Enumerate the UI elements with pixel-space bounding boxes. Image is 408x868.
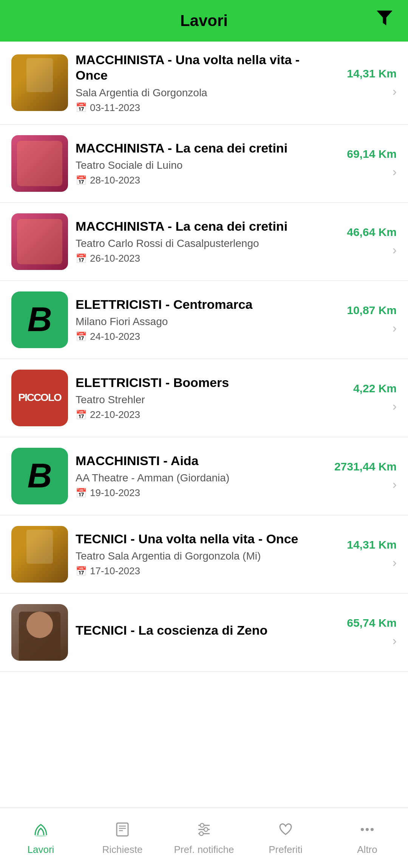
item-date: 📅 26-10-2023 bbox=[76, 253, 329, 264]
altro-icon bbox=[359, 821, 376, 841]
svg-point-12 bbox=[366, 828, 369, 831]
chevron-right-icon: › bbox=[393, 477, 397, 492]
calendar-icon: 📅 bbox=[76, 410, 87, 420]
item-distance: 14,31 Km bbox=[347, 538, 397, 551]
chevron-right-icon: › bbox=[393, 84, 397, 99]
calendar-icon: 📅 bbox=[76, 488, 87, 498]
item-date: 📅 17-10-2023 bbox=[76, 565, 329, 577]
svg-point-9 bbox=[204, 828, 208, 831]
item-distance: 14,31 Km bbox=[347, 67, 397, 80]
calendar-icon: 📅 bbox=[76, 175, 87, 186]
item-distance: 65,74 Km bbox=[347, 617, 397, 629]
preferiti-label: Preferiti bbox=[269, 844, 303, 856]
bottom-navigation: Lavori Richieste Pref. notifiche bbox=[0, 808, 408, 868]
preferiti-icon bbox=[277, 821, 294, 841]
item-thumbnail: B bbox=[11, 291, 68, 348]
list-item[interactable]: MACCHINISTA - La cena dei cretini Teatro… bbox=[0, 203, 408, 281]
item-thumbnail bbox=[11, 604, 68, 661]
item-title: MACCHINISTA - Una volta nella vita - Onc… bbox=[76, 52, 329, 83]
list-item[interactable]: MACCHINISTA - Una volta nella vita - Onc… bbox=[0, 42, 408, 125]
svg-point-11 bbox=[361, 828, 364, 831]
item-title: MACCHINISTI - Aida bbox=[76, 453, 327, 469]
chevron-right-icon: › bbox=[393, 321, 397, 335]
nav-item-pref-notifiche[interactable]: Pref. notifiche bbox=[163, 821, 245, 856]
item-title: TECNICI - La coscienza di Zeno bbox=[76, 623, 329, 638]
calendar-icon: 📅 bbox=[76, 253, 87, 264]
list-item[interactable]: TECNICI - La coscienza di Zeno 65,74 Km … bbox=[0, 594, 408, 672]
richieste-icon bbox=[114, 821, 131, 841]
item-distance: 10,87 Km bbox=[347, 304, 397, 317]
lavori-label: Lavori bbox=[28, 844, 54, 856]
item-venue: Milano Fiori Assago bbox=[76, 316, 329, 328]
item-distance: 4,22 Km bbox=[353, 382, 397, 395]
item-date: 📅 03-11-2023 bbox=[76, 102, 329, 114]
list-item[interactable]: B ELETTRICISTI - Centromarca Milano Fior… bbox=[0, 281, 408, 359]
nav-item-richieste[interactable]: Richieste bbox=[82, 821, 163, 856]
chevron-right-icon: › bbox=[393, 555, 397, 570]
item-thumbnail bbox=[11, 54, 68, 111]
list-item[interactable]: TECNICI - Una volta nella vita - Once Te… bbox=[0, 515, 408, 594]
item-venue: Teatro Sala Argentia di Gorgonzola (Mi) bbox=[76, 550, 329, 562]
item-thumbnail bbox=[11, 213, 68, 270]
item-date: 📅 19-10-2023 bbox=[76, 487, 327, 499]
nav-item-preferiti[interactable]: Preferiti bbox=[245, 821, 326, 856]
item-venue: AA Theatre - Amman (Giordania) bbox=[76, 472, 327, 484]
item-thumbnail: PICCOLO bbox=[11, 370, 68, 426]
pref-notifiche-label: Pref. notifiche bbox=[174, 844, 234, 856]
chevron-right-icon: › bbox=[393, 164, 397, 179]
item-title: MACCHINISTA - La cena dei cretini bbox=[76, 219, 329, 234]
calendar-icon: 📅 bbox=[76, 566, 87, 577]
item-title: MACCHINISTA - La cena dei cretini bbox=[76, 140, 329, 156]
item-distance: 69,14 Km bbox=[347, 148, 397, 160]
nav-item-lavori[interactable]: Lavori bbox=[0, 821, 82, 856]
nav-item-altro[interactable]: Altro bbox=[326, 821, 408, 856]
filter-icon[interactable] bbox=[376, 9, 393, 32]
list-item[interactable]: MACCHINISTA - La cena dei cretini Teatro… bbox=[0, 125, 408, 203]
lavori-icon bbox=[32, 821, 49, 841]
svg-point-0 bbox=[35, 835, 46, 837]
calendar-icon: 📅 bbox=[76, 102, 87, 113]
chevron-right-icon: › bbox=[393, 242, 397, 257]
item-thumbnail: B bbox=[11, 448, 68, 504]
item-title: TECNICI - Una volta nella vita - Once bbox=[76, 531, 329, 547]
item-venue: Teatro Carlo Rossi di Casalpusterlengo bbox=[76, 237, 329, 250]
list-item[interactable]: B MACCHINISTI - Aida AA Theatre - Amman … bbox=[0, 437, 408, 515]
item-title: ELETTRICISTI - Boomers bbox=[76, 375, 329, 390]
svg-point-8 bbox=[200, 823, 204, 827]
jobs-list: MACCHINISTA - Una volta nella vita - Onc… bbox=[0, 42, 408, 672]
chevron-right-icon: › bbox=[393, 633, 397, 648]
svg-point-13 bbox=[371, 828, 374, 831]
svg-rect-1 bbox=[117, 823, 128, 836]
item-distance: 46,64 Km bbox=[347, 226, 397, 239]
item-thumbnail bbox=[11, 526, 68, 583]
list-item[interactable]: PICCOLO ELETTRICISTI - Boomers Teatro St… bbox=[0, 359, 408, 437]
item-date: 📅 28-10-2023 bbox=[76, 174, 329, 186]
item-date: 📅 22-10-2023 bbox=[76, 409, 329, 421]
richieste-label: Richieste bbox=[102, 844, 143, 856]
item-thumbnail bbox=[11, 135, 68, 192]
chevron-right-icon: › bbox=[393, 399, 397, 413]
calendar-icon: 📅 bbox=[76, 331, 87, 342]
altro-label: Altro bbox=[357, 844, 377, 856]
item-title: ELETTRICISTI - Centromarca bbox=[76, 297, 329, 312]
item-venue: Teatro Strehler bbox=[76, 394, 329, 406]
pref-notifiche-icon bbox=[195, 821, 213, 841]
item-date: 📅 24-10-2023 bbox=[76, 331, 329, 342]
page-title: Lavori bbox=[180, 12, 228, 30]
item-venue: Sala Argentia di Gorgonzola bbox=[76, 87, 329, 99]
item-distance: 2731,44 Km bbox=[334, 460, 397, 473]
svg-point-10 bbox=[199, 832, 203, 836]
item-venue: Teatro Sociale di Luino bbox=[76, 159, 329, 171]
header: Lavori bbox=[0, 0, 408, 42]
